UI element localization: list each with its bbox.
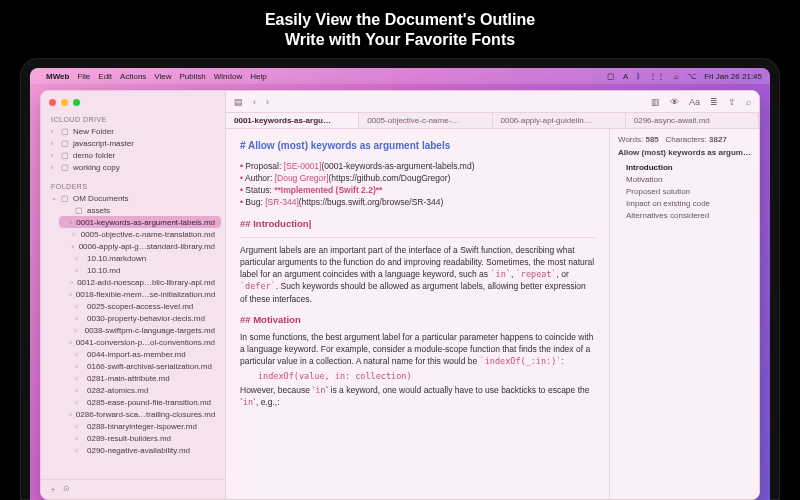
sidebar-footer: ＋ ⊙: [41, 479, 225, 499]
sidebar-file[interactable]: ▫0285-ease-pound-file-transition.md: [59, 396, 221, 408]
sidebar-file[interactable]: ▫0038-swiftpm-c-language-targets.md: [59, 324, 221, 336]
sidebar-file[interactable]: ▫0005-objective-c-name-translation.md: [59, 228, 221, 240]
sidebar-file[interactable]: ▫0288-binaryinteger-ispower.md: [59, 420, 221, 432]
sidebar-file[interactable]: ▫0030-property-behavior-decls.md: [59, 312, 221, 324]
folder-icon: ▢: [61, 194, 69, 203]
doc-codeblock: indexOf(value, in: collection): [240, 368, 595, 384]
tab[interactable]: 0296-async-await.md: [626, 113, 759, 128]
chevron-down-icon: ⌄: [51, 194, 57, 202]
menu-file[interactable]: File: [77, 72, 90, 81]
document-icon: ▫: [69, 410, 72, 419]
document-icon: ▫: [75, 266, 83, 275]
sidebar-file[interactable]: ▫0025-scoped-access-level.md: [59, 300, 221, 312]
document-icon: ▫: [75, 422, 83, 431]
sidebar-root-folder[interactable]: ⌄▢OM Documents: [45, 192, 221, 204]
sidebar-file[interactable]: ▫0018-flexible-mem…se-initialization.md: [59, 288, 221, 300]
sidebar-file[interactable]: ▫10.10.md: [59, 264, 221, 276]
outline-toggle-icon[interactable]: ≣: [710, 97, 718, 107]
sidebar-file[interactable]: ▫10.10.markdown: [59, 252, 221, 264]
preview-mode-icon[interactable]: ▥: [651, 97, 660, 107]
sidebar-section-folders: FOLDERS: [41, 179, 225, 192]
battery-icon[interactable]: ▢: [607, 72, 615, 81]
menu-help[interactable]: Help: [250, 72, 266, 81]
document-icon: ▫: [70, 278, 73, 287]
editor-pane[interactable]: # Allow (most) keywords as argument labe…: [226, 129, 609, 499]
sidebar-file[interactable]: ▫0282-atomics.md: [59, 384, 221, 396]
document-icon: ▫: [75, 350, 83, 359]
close-window-button[interactable]: [49, 99, 56, 106]
sidebar-file[interactable]: ▫0281-main-attribute.md: [59, 372, 221, 384]
search-icon[interactable]: ⌕: [674, 72, 679, 81]
app-window: ICLOUD DRIVE ›▢New Folder ›▢javascript-m…: [40, 90, 760, 500]
sidebar-file[interactable]: ▫0290-negative-availability.md: [59, 444, 221, 456]
document-icon: ▫: [75, 386, 83, 395]
share-icon[interactable]: ⇪: [728, 97, 736, 107]
chevron-right-icon: ›: [51, 140, 57, 147]
minimize-window-button[interactable]: [61, 99, 68, 106]
chevron-right-icon: ›: [51, 128, 57, 135]
document-icon: ▫: [75, 362, 83, 371]
tab[interactable]: 0006-apply-api-guidelin…: [493, 113, 626, 128]
input-source-icon[interactable]: A: [623, 72, 628, 81]
forward-button[interactable]: ›: [266, 97, 269, 107]
doc-intro-paragraph: Argument labels are an important part of…: [240, 244, 595, 306]
folder-icon: ▢: [75, 206, 83, 215]
folder-icon: ▢: [61, 139, 69, 148]
wifi-icon[interactable]: ⋮⋮: [649, 72, 665, 81]
sidebar-file[interactable]: ▫0006-apply-api-g…standard-library.md: [59, 240, 221, 252]
main-area: ▤ ‹ › ▥ 👁 Aa ≣ ⇪ ⌕ 0001-keywords-as-argu…: [226, 91, 759, 499]
document-tabs: 0001-keywords-as-argu… 0005-objective-c-…: [226, 113, 759, 129]
outline-panel: Words: 585 Characters: 3827 Allow (most)…: [609, 129, 759, 499]
sidebar-file[interactable]: ▫0289-result-builders.md: [59, 432, 221, 444]
document-icon: ▫: [75, 374, 83, 383]
add-button[interactable]: ＋: [49, 484, 57, 495]
doc-meta-list: Proposal: [SE-0001](0001-keywords-as-arg…: [240, 160, 595, 209]
sidebar-file[interactable]: ▫0041-conversion-p…ol-conventions.md: [59, 336, 221, 348]
outline-item[interactable]: Motivation: [618, 173, 751, 185]
folder-icon: ▢: [61, 127, 69, 136]
doc-stats: Words: 585 Characters: 3827: [618, 135, 751, 144]
menu-window[interactable]: Window: [214, 72, 242, 81]
sidebar-file[interactable]: ▫0001-keywords-as-argument-labels.md: [59, 216, 221, 228]
menu-publish[interactable]: Publish: [180, 72, 206, 81]
divider: [240, 237, 595, 238]
zoom-window-button[interactable]: [73, 99, 80, 106]
desktop-screen: MWeb File Edit Actions View Publish Wind…: [30, 68, 770, 500]
outline-item[interactable]: Proposed solution: [618, 185, 751, 197]
sidebar-file[interactable]: ▫0286-forward-sca…trailing-closures.md: [59, 408, 221, 420]
tab[interactable]: 0005-objective-c-name-…: [359, 113, 492, 128]
sidebar-folder[interactable]: ›▢working copy: [45, 161, 221, 173]
document-icon: ▫: [69, 218, 72, 227]
menubar-clock[interactable]: Fri Jan 26 21:45: [704, 72, 762, 81]
menu-view[interactable]: View: [154, 72, 171, 81]
sidebar-file[interactable]: ▫0044-import-as-member.md: [59, 348, 221, 360]
system-menubar: MWeb File Edit Actions View Publish Wind…: [30, 68, 770, 84]
font-button[interactable]: Aa: [689, 97, 700, 107]
promo-headline: Easily View the Document's Outline Write…: [265, 0, 535, 58]
menu-edit[interactable]: Edit: [98, 72, 112, 81]
sidebar-folder[interactable]: ›▢javascript-master: [45, 137, 221, 149]
sidebar-file[interactable]: ▫0012-add-noescap…blic-library-api.md: [59, 276, 221, 288]
app-menu[interactable]: MWeb: [46, 72, 69, 81]
outline-item[interactable]: Introduction: [618, 161, 751, 173]
outline-item[interactable]: Alternatives considered: [618, 209, 751, 221]
document-icon: ▫: [75, 446, 83, 455]
search-icon[interactable]: ⌕: [746, 97, 751, 107]
menu-actions[interactable]: Actions: [120, 72, 146, 81]
eye-icon[interactable]: 👁: [670, 97, 679, 107]
outline-title[interactable]: Allow (most) keywords as argume…: [618, 148, 751, 157]
sidebar-subfolder[interactable]: ▢assets: [59, 204, 221, 216]
toggle-sidebar-icon[interactable]: ▤: [234, 97, 243, 107]
sidebar-file[interactable]: ▫0166-swift-archival-serialization.md: [59, 360, 221, 372]
headline-line1: Easily View the Document's Outline: [265, 11, 535, 28]
document-icon: ▫: [72, 230, 76, 239]
sidebar-settings-icon[interactable]: ⊙: [63, 484, 70, 495]
bluetooth-icon[interactable]: ᛒ: [636, 72, 641, 81]
sidebar-folder[interactable]: ›▢demo folder: [45, 149, 221, 161]
tab[interactable]: 0001-keywords-as-argu…: [226, 113, 359, 128]
doc-motivation-paragraph-2: However, because `in` is a keyword, one …: [240, 384, 595, 409]
control-center-icon[interactable]: ⌥: [687, 72, 696, 81]
outline-item[interactable]: Impact on existing code: [618, 197, 751, 209]
sidebar-folder[interactable]: ›▢New Folder: [45, 125, 221, 137]
back-button[interactable]: ‹: [253, 97, 256, 107]
